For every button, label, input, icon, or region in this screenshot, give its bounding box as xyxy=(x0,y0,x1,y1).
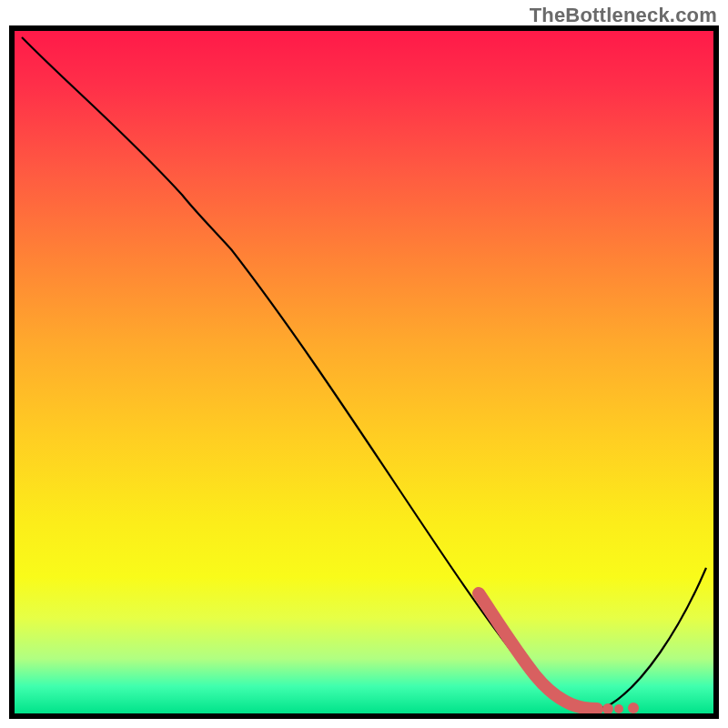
highlight-ribbon xyxy=(479,593,597,709)
watermark-text: TheBottleneck.com xyxy=(530,4,717,27)
bottleneck-curve xyxy=(22,37,706,710)
highlight-dot-2 xyxy=(614,704,623,713)
chart-plot xyxy=(15,31,713,713)
highlight-dot-3 xyxy=(628,703,639,713)
chart-frame xyxy=(9,25,719,719)
highlight-dot-1 xyxy=(602,703,613,713)
